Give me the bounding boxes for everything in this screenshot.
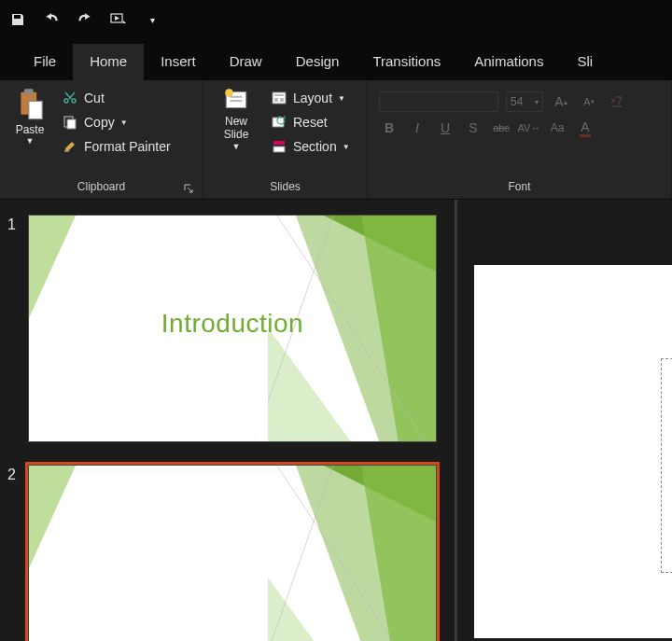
- cut-label: Cut: [84, 91, 105, 105]
- svg-marker-27: [296, 466, 436, 641]
- thumbnail-row: 2: [7, 465, 443, 641]
- dialog-launcher-icon[interactable]: [184, 184, 193, 193]
- underline-button[interactable]: U: [435, 118, 455, 138]
- svg-rect-2: [24, 89, 34, 94]
- clear-formatting-button[interactable]: [607, 91, 627, 112]
- font-size-combo[interactable]: 54 ▾: [506, 91, 543, 112]
- italic-button[interactable]: I: [407, 118, 427, 138]
- workspace: 1 Introduction 2: [0, 200, 672, 641]
- chevron-down-icon: ▼: [26, 136, 35, 146]
- change-case-button[interactable]: Aa: [547, 118, 567, 138]
- chevron-down-icon: ▼: [343, 143, 350, 151]
- slide-thumbnail-panel: 1 Introduction 2: [0, 200, 457, 641]
- tab-animations[interactable]: Animations: [457, 44, 560, 80]
- new-slide-button[interactable]: New Slide ▼: [211, 86, 261, 178]
- svg-marker-21: [268, 327, 352, 442]
- copy-button[interactable]: Copy ▼: [58, 112, 175, 132]
- section-icon: [271, 138, 287, 155]
- copy-icon: [62, 114, 78, 131]
- tab-insert[interactable]: Insert: [144, 44, 213, 80]
- paste-button[interactable]: Paste ▼: [7, 86, 52, 178]
- chevron-down-icon: ▼: [120, 118, 128, 127]
- chevron-down-icon: ▾: [535, 98, 539, 106]
- font-size-value: 54: [511, 95, 523, 108]
- increase-font-button[interactable]: A▴: [551, 91, 571, 112]
- ribbon-tabs: File Home Insert Draw Design Transitions…: [0, 39, 672, 80]
- font-color-button[interactable]: A: [575, 118, 595, 138]
- svg-marker-28: [268, 578, 352, 641]
- slide-canvas[interactable]: Cl: [474, 265, 672, 638]
- redo-icon[interactable]: [77, 11, 93, 28]
- svg-rect-10: [231, 100, 243, 102]
- tab-slideshow[interactable]: Sli: [560, 44, 609, 80]
- slide-number: 1: [7, 215, 28, 442]
- slide-title: Introduction: [29, 309, 436, 339]
- format-painter-button[interactable]: Format Painter: [58, 136, 175, 157]
- reset-button[interactable]: Reset: [267, 112, 354, 132]
- svg-rect-9: [231, 96, 243, 98]
- slide-number: 2: [7, 465, 28, 641]
- tab-home[interactable]: Home: [73, 44, 144, 80]
- cut-button[interactable]: Cut: [58, 88, 175, 108]
- section-button[interactable]: Section ▼: [267, 136, 354, 157]
- reset-icon: [271, 114, 287, 131]
- group-font: 54 ▾ A▴ A▾ B I U S abc AV↔ Aa A: [368, 80, 672, 199]
- svg-marker-24: [29, 216, 76, 318]
- tab-transitions[interactable]: Transitions: [356, 44, 457, 80]
- decrease-font-button[interactable]: A▾: [579, 91, 599, 112]
- customize-qat-icon[interactable]: ▾: [144, 11, 161, 28]
- svg-rect-12: [274, 94, 284, 96]
- bold-button[interactable]: B: [379, 118, 399, 138]
- copy-label: Copy: [84, 115, 115, 130]
- slide-thumbnail[interactable]: [28, 465, 437, 641]
- layout-label: Layout: [293, 91, 332, 105]
- scissors-icon: [62, 90, 78, 106]
- start-from-beginning-icon[interactable]: [110, 11, 127, 28]
- tab-draw[interactable]: Draw: [213, 44, 279, 80]
- shadow-button[interactable]: S: [463, 118, 483, 138]
- char-spacing-button[interactable]: AV↔: [519, 118, 539, 138]
- chevron-down-icon: ▼: [232, 142, 241, 151]
- svg-rect-17: [273, 146, 285, 152]
- ribbon: Paste ▼ Cut Copy ▼: [0, 80, 672, 200]
- svg-rect-6: [64, 150, 69, 152]
- group-slides: New Slide ▼ Layout ▼ Reset: [203, 80, 368, 199]
- tab-design[interactable]: Design: [279, 44, 357, 80]
- section-label: Section: [293, 139, 337, 154]
- svg-rect-16: [273, 141, 285, 145]
- layout-icon: [271, 90, 287, 106]
- tab-file[interactable]: File: [17, 44, 73, 80]
- group-label-slides: Slides: [211, 178, 359, 197]
- thumbnail-row: 1 Introduction: [7, 215, 443, 442]
- group-label-font: Font: [375, 178, 664, 197]
- save-icon[interactable]: [9, 11, 26, 28]
- font-family-combo[interactable]: [379, 91, 498, 112]
- svg-rect-3: [29, 101, 42, 118]
- reset-label: Reset: [293, 115, 328, 130]
- layout-button[interactable]: Layout ▼: [267, 88, 354, 108]
- title-placeholder[interactable]: Cl: [661, 358, 672, 573]
- svg-marker-31: [29, 466, 76, 568]
- paste-label: Paste: [16, 123, 45, 136]
- group-label-clipboard: Clipboard: [7, 178, 195, 197]
- paintbrush-icon: [62, 138, 78, 155]
- chevron-down-icon: ▼: [338, 94, 345, 103]
- quick-access-toolbar: ▾: [0, 0, 672, 39]
- svg-rect-14: [280, 98, 284, 102]
- group-clipboard: Paste ▼ Cut Copy ▼: [0, 80, 203, 199]
- new-slide-label: New Slide: [211, 116, 261, 142]
- strikethrough-button[interactable]: abc: [491, 118, 511, 138]
- svg-rect-13: [274, 98, 278, 102]
- svg-rect-5: [67, 119, 76, 129]
- slide-editor: Cl: [457, 200, 672, 641]
- undo-icon[interactable]: [43, 11, 60, 28]
- format-painter-label: Format Painter: [84, 139, 171, 154]
- slide-thumbnail[interactable]: Introduction: [28, 215, 437, 442]
